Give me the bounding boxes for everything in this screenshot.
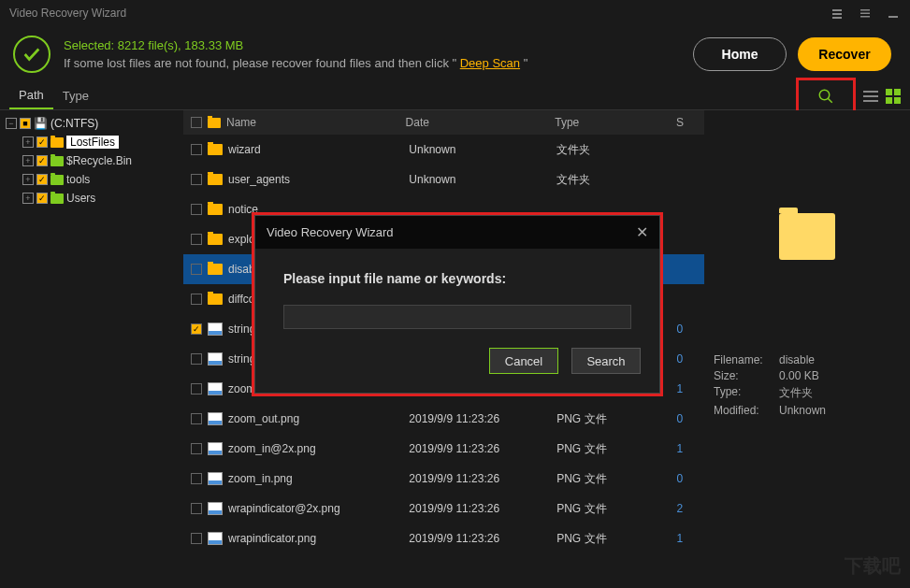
file-row[interactable]: wrapindicator.png 2019/9/9 11:23:26 PNG … xyxy=(183,523,704,553)
file-date: 2019/9/9 11:23:26 xyxy=(409,502,556,515)
expand-icon[interactable]: + xyxy=(22,193,34,204)
preview-panel: Filename:disable Size:0.00 KB Type:文件夹 M… xyxy=(704,110,910,588)
expand-icon[interactable]: + xyxy=(22,174,34,185)
file-check[interactable] xyxy=(191,383,202,394)
file-check[interactable] xyxy=(191,174,202,185)
titlebar: Video Recovery Wizard xyxy=(0,0,910,26)
tree-check[interactable]: ■ xyxy=(20,118,31,129)
cancel-button[interactable]: Cancel xyxy=(489,348,558,374)
header-check[interactable] xyxy=(191,117,202,128)
png-icon xyxy=(208,472,223,485)
file-name: user_agents xyxy=(228,173,409,186)
file-type: 文件夹 xyxy=(556,142,676,158)
preview-info: Filename:disable Size:0.00 KB Type:文件夹 M… xyxy=(714,353,901,417)
success-check-icon xyxy=(13,36,51,73)
tree-item[interactable]: + ✓ Users xyxy=(6,189,178,208)
minimize-icon[interactable] xyxy=(886,6,901,21)
file-check[interactable] xyxy=(191,264,202,275)
grid-view-icon[interactable] xyxy=(886,89,901,104)
list-view-icon[interactable] xyxy=(863,89,878,104)
file-check[interactable] xyxy=(191,413,202,424)
svg-rect-4 xyxy=(860,13,870,15)
col-type[interactable]: Type xyxy=(555,116,676,129)
file-size: 2 xyxy=(676,502,704,515)
collapse-icon[interactable]: − xyxy=(6,118,17,129)
deep-scan-link[interactable]: Deep Scan xyxy=(460,56,520,70)
expand-icon[interactable]: + xyxy=(22,136,34,148)
file-type: PNG 文件 xyxy=(556,441,676,457)
tree-root[interactable]: − ■ 💾 (C:NTFS) xyxy=(6,114,178,133)
png-icon xyxy=(208,352,223,366)
tree-check[interactable]: ✓ xyxy=(36,193,48,204)
tab-type[interactable]: Type xyxy=(53,83,98,108)
tabs-row: Path Type xyxy=(0,82,910,110)
val-modified: Unknown xyxy=(779,404,826,417)
tree-check[interactable]: ✓ xyxy=(36,136,48,148)
folder-icon xyxy=(208,234,223,245)
file-check[interactable]: ✓ xyxy=(191,323,202,335)
png-icon xyxy=(208,442,223,455)
file-date: Unknown xyxy=(409,143,556,156)
col-size[interactable]: S xyxy=(676,116,704,129)
file-check[interactable] xyxy=(191,294,202,305)
file-check[interactable] xyxy=(191,533,202,544)
file-row[interactable]: zoom_out.png 2019/9/9 11:23:26 PNG 文件 0 xyxy=(183,404,704,434)
folder-icon xyxy=(51,137,64,148)
modal-title: Video Recovery Wizard xyxy=(267,225,394,239)
file-size: 0 xyxy=(676,472,704,485)
file-row[interactable]: user_agents Unknown 文件夹 xyxy=(183,165,704,194)
col-name[interactable]: Name xyxy=(226,116,256,129)
expand-icon[interactable]: + xyxy=(22,155,34,166)
window-icon-2[interactable] xyxy=(858,6,873,21)
file-row[interactable]: wizard Unknown 文件夹 xyxy=(183,135,704,165)
tree-check[interactable]: ✓ xyxy=(36,174,48,185)
file-check[interactable] xyxy=(191,443,202,454)
folder-icon xyxy=(208,174,223,185)
recover-button[interactable]: Recover xyxy=(798,37,891,71)
tree-check[interactable]: ✓ xyxy=(36,155,48,166)
col-date[interactable]: Date xyxy=(406,116,556,129)
folder-icon xyxy=(208,144,223,155)
file-check[interactable] xyxy=(191,353,202,365)
svg-rect-12 xyxy=(886,89,892,95)
search-icon[interactable] xyxy=(817,88,834,105)
file-check[interactable] xyxy=(191,144,202,155)
file-row[interactable]: zoom_in@2x.png 2019/9/9 11:23:26 PNG 文件 … xyxy=(183,434,704,464)
file-type: 文件夹 xyxy=(556,172,676,188)
modal-highlight: Video Recovery Wizard ✕ Please input fil… xyxy=(252,212,663,396)
svg-rect-13 xyxy=(894,89,901,95)
search-button[interactable]: Search xyxy=(571,348,641,374)
file-row[interactable]: zoom_in.png 2019/9/9 11:23:26 PNG 文件 0 xyxy=(183,464,704,494)
tree-label: tools xyxy=(66,173,90,186)
search-modal: Video Recovery Wizard ✕ Please input fil… xyxy=(254,215,660,394)
tab-path[interactable]: Path xyxy=(9,82,53,109)
file-date: 2019/9/9 11:23:26 xyxy=(409,442,556,455)
close-icon[interactable]: ✕ xyxy=(636,223,648,241)
window-icon-1[interactable] xyxy=(830,6,845,21)
tree-item[interactable]: + ✓ tools xyxy=(6,170,178,189)
val-size: 0.00 KB xyxy=(779,369,819,382)
file-date: 2019/9/9 11:23:26 xyxy=(409,412,556,425)
png-icon xyxy=(208,323,223,336)
preview-folder-icon xyxy=(779,213,835,260)
file-name: wrapindicator.png xyxy=(228,532,409,545)
home-button[interactable]: Home xyxy=(693,37,787,71)
tree-item[interactable]: + ✓ $Recycle.Bin xyxy=(6,151,178,170)
svg-rect-10 xyxy=(863,95,878,97)
file-check[interactable] xyxy=(191,204,202,215)
tree-item[interactable]: + ✓ LostFiles xyxy=(6,133,178,151)
file-check[interactable] xyxy=(191,473,202,484)
svg-rect-6 xyxy=(888,16,898,18)
tree-label: $Recycle.Bin xyxy=(66,154,132,167)
folder-icon xyxy=(51,194,64,204)
file-size: 1 xyxy=(676,382,704,395)
svg-rect-15 xyxy=(894,97,901,104)
folder-icon xyxy=(208,118,221,128)
file-row[interactable]: wrapindicator@2x.png 2019/9/9 11:23:26 P… xyxy=(183,494,704,523)
file-check[interactable] xyxy=(191,503,202,514)
file-date: Unknown xyxy=(409,173,556,186)
svg-rect-3 xyxy=(860,9,870,11)
file-size: 0 xyxy=(676,352,704,366)
search-input[interactable] xyxy=(283,305,631,329)
file-check[interactable] xyxy=(191,234,202,245)
